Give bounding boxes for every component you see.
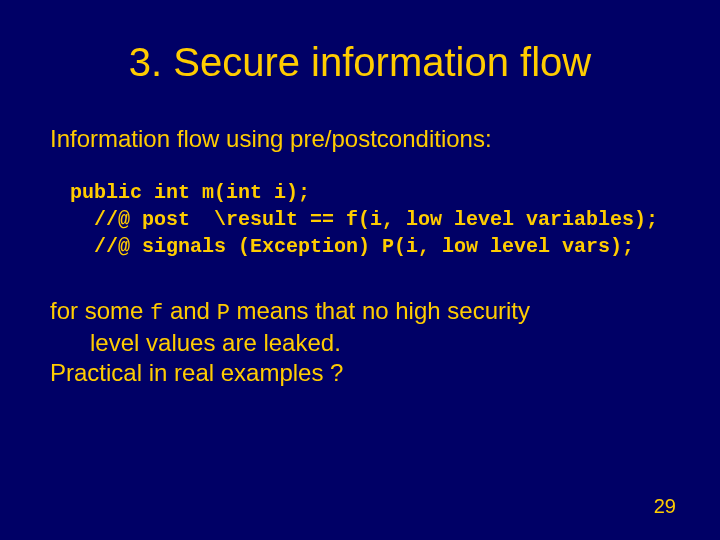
body-text-fragment: for some [50, 297, 150, 324]
code-line-2: //@ post \result == f(i, low level varia… [70, 208, 658, 231]
body-text-fragment: and [163, 297, 216, 324]
code-block: public int m(int i); //@ post \result ==… [70, 179, 670, 260]
body-text-fragment: means that no high security [230, 297, 530, 324]
subheading: Information flow using pre/postcondition… [50, 125, 670, 153]
slide: 3. Secure information flow Information f… [0, 0, 720, 540]
body-paragraph-2: Practical in real examples ? [50, 358, 670, 388]
page-number: 29 [654, 495, 676, 518]
body-text: for some f and P means that no high secu… [50, 296, 670, 388]
code-line-1: public int m(int i); [70, 181, 310, 204]
code-line-3: //@ signals (Exception) P(i, low level v… [70, 235, 634, 258]
inline-code-f: f [150, 301, 163, 326]
inline-code-p: P [217, 301, 230, 326]
slide-title: 3. Secure information flow [50, 40, 670, 85]
body-paragraph-1: for some f and P means that no high secu… [50, 296, 670, 358]
body-text-line: level values are leaked. [50, 328, 670, 358]
